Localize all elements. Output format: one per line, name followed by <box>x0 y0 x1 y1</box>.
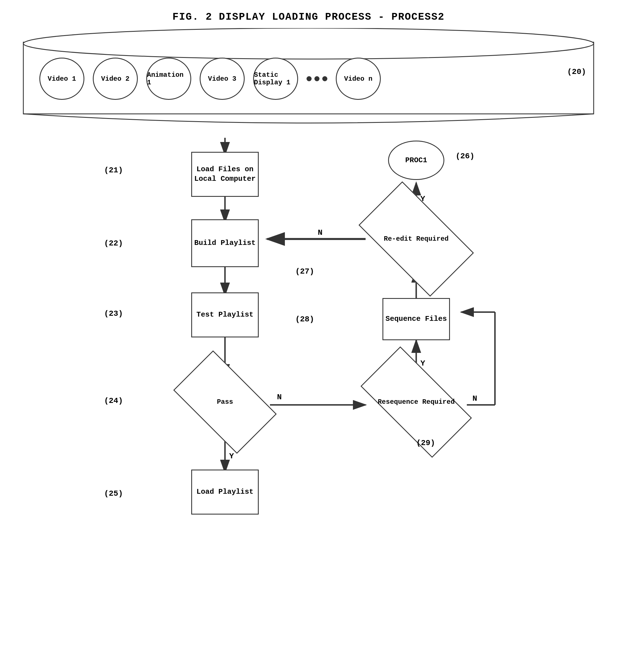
ref-24: (24) <box>104 397 123 405</box>
svg-text:N: N <box>472 394 477 403</box>
cylinder-container: Video 1 Video 2 Animation 1 Video 3 Stat… <box>22 28 595 124</box>
test-playlist-box: Test Playlist <box>191 292 259 338</box>
build-playlist-box: Build Playlist <box>191 219 259 267</box>
sequence-files-box: Sequence Files <box>383 298 450 340</box>
ref-23: (23) <box>104 309 123 318</box>
ref-25: (25) <box>104 489 123 498</box>
flowchart: Y N Y N Y N Load Files on Local Computer… <box>0 132 617 672</box>
animation1-item: Animation 1 <box>146 58 191 100</box>
ref-29: (29) <box>416 439 435 447</box>
svg-text:Y: Y <box>420 359 425 368</box>
svg-text:Y: Y <box>229 452 234 461</box>
video1-item: Video 1 <box>39 58 84 100</box>
video2-item: Video 2 <box>93 58 138 100</box>
svg-text:N: N <box>318 228 323 237</box>
re-edit-diamond: Re-edit Required <box>366 208 467 270</box>
pass-diamond: Pass <box>180 374 270 430</box>
ref-21: (21) <box>104 166 123 175</box>
videon-item: Video n <box>336 58 381 100</box>
svg-text:N: N <box>277 393 282 402</box>
ref-26: (26) <box>456 152 474 161</box>
resequence-diamond: Resequence Required <box>366 374 467 430</box>
load-files-box: Load Files on Local Computer <box>191 152 259 197</box>
ref-22: (22) <box>104 239 123 248</box>
static-display1-item: Static Display 1 <box>253 58 298 100</box>
ref-28: (28) <box>295 315 314 323</box>
dots <box>306 76 327 81</box>
cylinder-ref-label: (20) <box>567 67 586 76</box>
ref-27: (27) <box>295 267 314 276</box>
video3-item: Video 3 <box>200 58 245 100</box>
items-row: Video 1 Video 2 Animation 1 Video 3 Stat… <box>39 51 561 107</box>
page-title: FIG. 2 DISPLAY LOADING PROCESS - PROCESS… <box>0 0 617 23</box>
load-playlist-box: Load Playlist <box>191 470 259 514</box>
proc1-circle: PROC1 <box>388 141 444 180</box>
